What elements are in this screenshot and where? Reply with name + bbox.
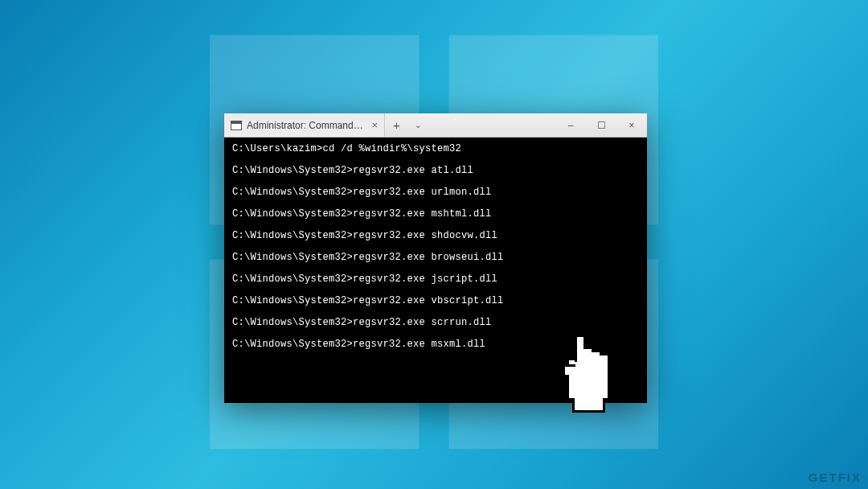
svg-rect-9 xyxy=(569,360,608,401)
active-tab[interactable]: Administrator: Command Prom × xyxy=(224,113,385,137)
terminal-line: C:\Windows\System32>regsvr32.exe vbscrip… xyxy=(232,296,639,306)
tab-close-button[interactable]: × xyxy=(370,119,379,131)
terminal-line: C:\Windows\System32>regsvr32.exe msxml.d… xyxy=(232,339,639,349)
close-button[interactable]: × xyxy=(616,113,647,137)
terminal-line: C:\Windows\System32>regsvr32.exe browseu… xyxy=(232,253,639,262)
terminal-line: C:\Windows\System32>regsvr32.exe jscript… xyxy=(232,274,639,284)
terminal-body[interactable]: C:\Users\kazim>cd /d %windir%\system32 C… xyxy=(224,138,647,349)
terminal-line: C:\Windows\System32>regsvr32.exe mshtml.… xyxy=(232,209,639,219)
svg-rect-6 xyxy=(592,352,600,360)
svg-rect-5 xyxy=(584,349,592,360)
terminal-line: C:\Windows\System32>regsvr32.exe scrrun.… xyxy=(232,318,639,327)
svg-rect-22 xyxy=(563,375,568,377)
new-tab-button[interactable]: + xyxy=(385,118,408,132)
tab-title: Administrator: Command Prom xyxy=(247,120,365,131)
svg-rect-24 xyxy=(567,398,575,401)
svg-rect-20 xyxy=(563,364,575,367)
watermark: GETFIX xyxy=(809,471,862,484)
minimize-button[interactable]: – xyxy=(555,113,586,137)
svg-rect-18 xyxy=(600,353,610,355)
svg-rect-7 xyxy=(600,355,608,360)
terminal-line: C:\Windows\System32>regsvr32.exe atl.dll xyxy=(232,166,639,175)
svg-rect-21 xyxy=(563,364,565,377)
terminal-line: C:\Windows\System32>regsvr32.exe urlmon.… xyxy=(232,187,639,197)
terminal-line: C:\Users\kazim>cd /d %windir%\system32 xyxy=(232,144,639,154)
window-titlebar[interactable]: Administrator: Command Prom × + ⌄ – ☐ × xyxy=(224,113,647,138)
terminal-line: C:\Windows\System32>regsvr32.exe shdocvw… xyxy=(232,231,639,240)
svg-rect-19 xyxy=(608,353,610,400)
tab-dropdown-button[interactable]: ⌄ xyxy=(408,121,428,129)
window-controls: – ☐ × xyxy=(555,113,647,137)
svg-rect-28 xyxy=(603,398,610,401)
command-prompt-window: Administrator: Command Prom × + ⌄ – ☐ × … xyxy=(224,113,647,403)
cmd-icon xyxy=(231,121,242,130)
svg-rect-23 xyxy=(567,375,569,401)
maximize-button[interactable]: ☐ xyxy=(586,113,616,137)
svg-rect-17 xyxy=(600,350,602,355)
svg-rect-16 xyxy=(592,350,602,352)
svg-rect-8 xyxy=(564,367,574,376)
